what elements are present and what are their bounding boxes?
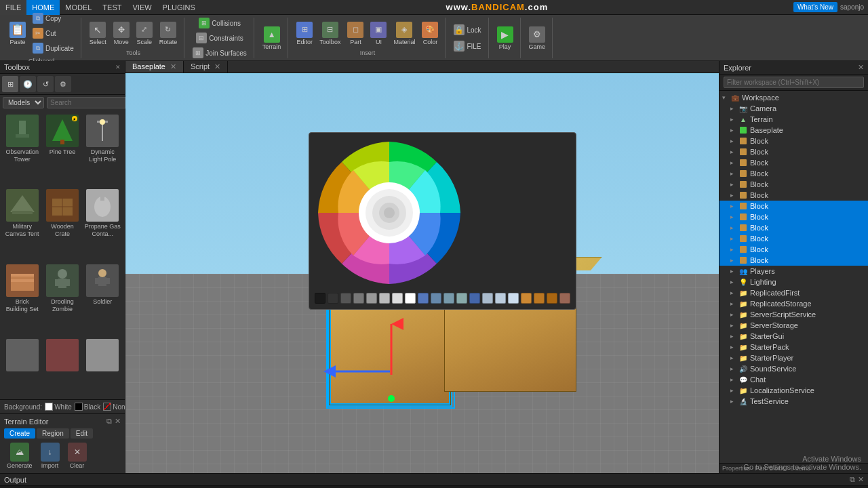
toolbox-settings-icon[interactable]: ⚙: [55, 76, 71, 92]
color-swatch[interactable]: [418, 293, 429, 304]
color-swatch[interactable]: [405, 293, 416, 304]
model-item-wooden-crate[interactable]: Wooden Crate: [43, 188, 81, 261]
tree-item-block-selected[interactable]: ▸ Block: [719, 222, 868, 233]
tree-item-block[interactable]: ▸ Block: [719, 157, 868, 168]
tree-item-lighting[interactable]: ▸ 💡 Lighting: [719, 277, 868, 287]
paste-button[interactable]: 📋 Paste: [7, 20, 28, 47]
lock-button[interactable]: 🔒Lock: [451, 23, 484, 37]
copy-button[interactable]: ⧉Copy: [30, 12, 77, 25]
tree-item-baseplate[interactable]: ▸ Baseplate: [719, 125, 868, 136]
toolbox-history-icon[interactable]: ↺: [37, 76, 54, 92]
terrain-editor-close-icon[interactable]: ✕: [115, 417, 121, 426]
tree-item-block-selected[interactable]: ▸ Block: [719, 211, 868, 222]
collisions-button[interactable]: ⊞Collisions: [196, 16, 243, 30]
model-item-observation-tower[interactable]: Observation Tower: [3, 113, 41, 186]
box-left[interactable]: [329, 297, 451, 405]
explorer-close-icon[interactable]: ✕: [858, 63, 864, 72]
tree-item-starter-gui[interactable]: ▸ 📁 StarterGui: [719, 331, 868, 342]
model-item-brick-building[interactable]: Brick Building Set: [3, 263, 41, 336]
tree-item-block-selected[interactable]: ▸ Block: [719, 233, 868, 244]
tree-item-starter-player[interactable]: ▸ 📁 StarterPlayer: [719, 352, 868, 363]
color-swatch[interactable]: [315, 293, 326, 304]
model-item-tent[interactable]: Military Canvas Tent: [3, 188, 41, 261]
duplicate-button[interactable]: ⧉Duplicate: [30, 41, 77, 55]
color-swatch[interactable]: [495, 293, 506, 304]
anchor-button[interactable]: ⚓FILE: [451, 39, 484, 53]
output-expand-icon[interactable]: ⧉: [850, 475, 855, 484]
color-swatch[interactable]: [508, 293, 519, 304]
color-swatch[interactable]: [340, 293, 351, 304]
tab-close-icon[interactable]: ✕: [170, 62, 176, 70]
color-swatch[interactable]: [431, 293, 441, 304]
toolbox-button[interactable]: ⊟ Toolbox: [317, 20, 343, 47]
color-swatch[interactable]: [328, 293, 338, 304]
bg-black-button[interactable]: Black: [75, 403, 100, 411]
3d-viewport[interactable]: [125, 75, 719, 473]
play-button[interactable]: ▶ Play: [494, 25, 516, 52]
color-swatch[interactable]: [353, 293, 364, 304]
terrain-tab-create[interactable]: Create: [4, 428, 35, 439]
tree-item-workspace[interactable]: ▾ 💼 Workspace: [719, 92, 868, 103]
menu-plugins[interactable]: PLUGINS: [157, 0, 201, 15]
material-button[interactable]: ◈ Material: [391, 20, 418, 47]
color-swatch[interactable]: [469, 293, 480, 304]
model-item-soldier[interactable]: Soldier: [83, 263, 122, 336]
menu-view[interactable]: VIEW: [127, 0, 157, 15]
model-item-light-pole[interactable]: Dynamic Light Pole: [83, 113, 122, 186]
tree-item-block-selected[interactable]: ▸ Block: [719, 201, 868, 211]
color-swatch[interactable]: [521, 293, 532, 304]
output-close-icon[interactable]: ✕: [858, 475, 864, 484]
terrain-editor-expand-icon[interactable]: ⧉: [106, 417, 112, 426]
model-item-extra3[interactable]: [83, 338, 122, 396]
tree-item-test-service[interactable]: ▸ 🔬 TestService: [719, 396, 868, 407]
viewport-tab-baseplate[interactable]: Baseplate ✕: [125, 61, 184, 73]
model-item-zombie[interactable]: Drooling Zombie: [43, 263, 81, 336]
tree-item-block-selected[interactable]: ▸ Block: [719, 255, 868, 266]
generate-button[interactable]: ⛰ Generate: [4, 441, 35, 470]
rotate-button[interactable]: ↻ Rotate: [157, 20, 180, 47]
tree-item-terrain[interactable]: ▸ ▲ Terrain: [719, 114, 868, 125]
models-dropdown[interactable]: Models: [3, 97, 44, 108]
toolbox-grid-icon[interactable]: ⊞: [2, 76, 18, 92]
tree-item-starter-pack[interactable]: ▸ 📁 StarterPack: [719, 342, 868, 352]
editor-button[interactable]: ⊞ Editor: [294, 20, 315, 47]
model-item-extra1[interactable]: [3, 338, 41, 396]
part-button[interactable]: ◻ Part: [344, 20, 366, 47]
menu-test[interactable]: TEST: [97, 0, 127, 15]
import-button[interactable]: ↓ Import: [38, 441, 62, 470]
tree-item-replicated-first[interactable]: ▸ 📁 ReplicatedFirst: [719, 287, 868, 298]
clear-button[interactable]: ✕ Clear: [65, 441, 90, 470]
terrain-tab-edit[interactable]: Edit: [71, 428, 93, 439]
game-settings-button[interactable]: ⚙ Game: [526, 25, 549, 52]
color-swatch[interactable]: [443, 293, 454, 304]
color-button[interactable]: 🎨 Color: [419, 20, 441, 47]
tree-item-chat[interactable]: ▸ 💬 Chat: [719, 374, 868, 385]
tree-item-block[interactable]: ▸ Block: [719, 146, 868, 157]
tab-close-icon[interactable]: ✕: [214, 62, 220, 70]
ui-button[interactable]: ▣ UI: [368, 20, 389, 47]
color-wheel[interactable]: [315, 138, 464, 287]
tree-item-block[interactable]: ▸ Block: [719, 179, 868, 190]
model-item-pine-tree[interactable]: ★ Pine Tree: [43, 113, 81, 186]
scale-button[interactable]: ⤢ Scale: [134, 20, 155, 47]
color-swatch[interactable]: [547, 293, 557, 304]
tree-item-localization[interactable]: ▸ 📁 LocalizationService: [719, 385, 868, 396]
join-surfaces-button[interactable]: ⊞Join Surfaces: [190, 46, 250, 60]
color-swatch[interactable]: [482, 293, 493, 304]
terrain-button[interactable]: ▲ Terrain: [260, 25, 284, 52]
constraints-button[interactable]: ⊟Constraints: [193, 31, 246, 45]
color-swatch[interactable]: [559, 293, 570, 304]
viewport-tab-script[interactable]: Script ✕: [184, 61, 228, 73]
select-button[interactable]: ↖ Select: [87, 20, 109, 47]
color-swatch[interactable]: [534, 293, 545, 304]
color-swatch[interactable]: [366, 293, 377, 304]
tree-item-server-storage[interactable]: ▸ 📁 ServerStorage: [719, 320, 868, 331]
move-button[interactable]: ✥ Move: [111, 20, 132, 47]
tree-item-block[interactable]: ▸ Block: [719, 190, 868, 201]
whats-new-button[interactable]: What's New: [793, 2, 837, 12]
terrain-tab-region[interactable]: Region: [37, 428, 69, 439]
tree-item-players[interactable]: ▸ 👥 Players: [719, 266, 868, 277]
toolbox-close-icon[interactable]: ✕: [115, 64, 121, 70]
tree-item-block[interactable]: ▸ Block: [719, 136, 868, 146]
bg-white-button[interactable]: White: [45, 403, 72, 411]
